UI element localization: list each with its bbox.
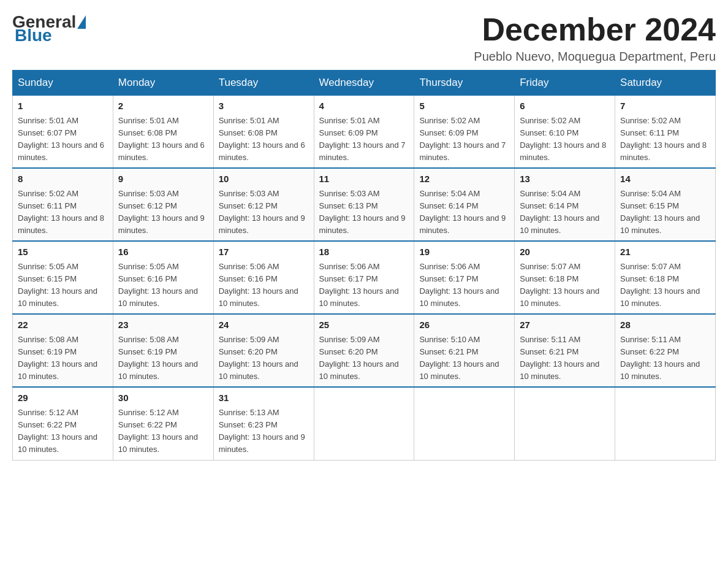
weekday-header-friday: Friday xyxy=(515,71,615,96)
calendar-cell: 4 Sunrise: 5:01 AMSunset: 6:09 PMDayligh… xyxy=(314,96,414,169)
calendar-week-row: 1 Sunrise: 5:01 AMSunset: 6:07 PMDayligh… xyxy=(13,96,716,169)
day-number: 25 xyxy=(319,318,409,332)
day-number: 7 xyxy=(620,99,710,113)
calendar-cell: 8 Sunrise: 5:02 AMSunset: 6:11 PMDayligh… xyxy=(13,168,113,241)
calendar-week-row: 8 Sunrise: 5:02 AMSunset: 6:11 PMDayligh… xyxy=(13,168,716,241)
day-number: 21 xyxy=(620,245,710,259)
day-number: 31 xyxy=(219,391,309,405)
calendar-cell: 17 Sunrise: 5:06 AMSunset: 6:16 PMDaylig… xyxy=(213,241,314,314)
calendar-cell: 6 Sunrise: 5:02 AMSunset: 6:10 PMDayligh… xyxy=(515,96,615,169)
calendar-cell: 22 Sunrise: 5:08 AMSunset: 6:19 PMDaylig… xyxy=(13,314,113,387)
day-info: Sunrise: 5:05 AMSunset: 6:16 PMDaylight:… xyxy=(118,262,198,308)
calendar-cell: 31 Sunrise: 5:13 AMSunset: 6:23 PMDaylig… xyxy=(213,387,314,460)
title-area: December 2024 Pueblo Nuevo, Moquegua Dep… xyxy=(474,12,716,64)
day-info: Sunrise: 5:04 AMSunset: 6:14 PMDaylight:… xyxy=(520,189,599,235)
calendar-cell: 9 Sunrise: 5:03 AMSunset: 6:12 PMDayligh… xyxy=(113,168,213,241)
day-info: Sunrise: 5:02 AMSunset: 6:09 PMDaylight:… xyxy=(419,116,506,162)
day-info: Sunrise: 5:05 AMSunset: 6:15 PMDaylight:… xyxy=(18,262,97,308)
day-info: Sunrise: 5:02 AMSunset: 6:11 PMDaylight:… xyxy=(620,116,707,162)
calendar-cell: 20 Sunrise: 5:07 AMSunset: 6:18 PMDaylig… xyxy=(515,241,615,314)
calendar-week-row: 22 Sunrise: 5:08 AMSunset: 6:19 PMDaylig… xyxy=(13,314,716,387)
day-info: Sunrise: 5:01 AMSunset: 6:08 PMDaylight:… xyxy=(219,116,305,162)
day-number: 27 xyxy=(520,318,610,332)
calendar-cell: 23 Sunrise: 5:08 AMSunset: 6:19 PMDaylig… xyxy=(113,314,213,387)
weekday-header-row: SundayMondayTuesdayWednesdayThursdayFrid… xyxy=(13,71,716,96)
page-header: General Blue December 2024 Pueblo Nuevo,… xyxy=(12,12,716,64)
calendar-cell: 14 Sunrise: 5:04 AMSunset: 6:15 PMDaylig… xyxy=(615,168,716,241)
day-info: Sunrise: 5:07 AMSunset: 6:18 PMDaylight:… xyxy=(520,262,599,308)
calendar-cell: 30 Sunrise: 5:12 AMSunset: 6:22 PMDaylig… xyxy=(113,387,213,460)
calendar-cell: 19 Sunrise: 5:06 AMSunset: 6:17 PMDaylig… xyxy=(414,241,515,314)
calendar-cell: 24 Sunrise: 5:09 AMSunset: 6:20 PMDaylig… xyxy=(213,314,314,387)
day-number: 13 xyxy=(520,172,610,186)
day-info: Sunrise: 5:03 AMSunset: 6:12 PMDaylight:… xyxy=(118,189,205,235)
day-number: 26 xyxy=(419,318,509,332)
calendar-week-row: 15 Sunrise: 5:05 AMSunset: 6:15 PMDaylig… xyxy=(13,241,716,314)
day-info: Sunrise: 5:08 AMSunset: 6:19 PMDaylight:… xyxy=(118,335,198,381)
logo-triangle-icon xyxy=(77,15,86,29)
logo: General Blue xyxy=(12,12,87,45)
day-info: Sunrise: 5:12 AMSunset: 6:22 PMDaylight:… xyxy=(18,408,97,454)
day-number: 17 xyxy=(219,245,309,259)
calendar-cell: 25 Sunrise: 5:09 AMSunset: 6:20 PMDaylig… xyxy=(314,314,414,387)
day-info: Sunrise: 5:08 AMSunset: 6:19 PMDaylight:… xyxy=(18,335,97,381)
calendar-table: SundayMondayTuesdayWednesdayThursdayFrid… xyxy=(12,70,716,460)
day-info: Sunrise: 5:01 AMSunset: 6:08 PMDaylight:… xyxy=(118,116,205,162)
day-number: 14 xyxy=(620,172,710,186)
day-info: Sunrise: 5:06 AMSunset: 6:16 PMDaylight:… xyxy=(219,262,298,308)
day-info: Sunrise: 5:11 AMSunset: 6:21 PMDaylight:… xyxy=(520,335,599,381)
logo-blue-text: Blue xyxy=(15,26,52,45)
day-number: 10 xyxy=(219,172,309,186)
day-info: Sunrise: 5:01 AMSunset: 6:07 PMDaylight:… xyxy=(18,116,104,162)
day-number: 18 xyxy=(319,245,409,259)
day-info: Sunrise: 5:06 AMSunset: 6:17 PMDaylight:… xyxy=(419,262,499,308)
day-info: Sunrise: 5:02 AMSunset: 6:11 PMDaylight:… xyxy=(18,189,104,235)
day-info: Sunrise: 5:01 AMSunset: 6:09 PMDaylight:… xyxy=(319,116,406,162)
calendar-cell xyxy=(615,387,716,460)
day-info: Sunrise: 5:03 AMSunset: 6:13 PMDaylight:… xyxy=(319,189,406,235)
calendar-cell: 29 Sunrise: 5:12 AMSunset: 6:22 PMDaylig… xyxy=(13,387,113,460)
day-number: 11 xyxy=(319,172,409,186)
calendar-cell: 7 Sunrise: 5:02 AMSunset: 6:11 PMDayligh… xyxy=(615,96,716,169)
location-subtitle: Pueblo Nuevo, Moquegua Department, Peru xyxy=(474,50,716,64)
day-info: Sunrise: 5:02 AMSunset: 6:10 PMDaylight:… xyxy=(520,116,606,162)
day-number: 5 xyxy=(419,99,509,113)
calendar-cell: 26 Sunrise: 5:10 AMSunset: 6:21 PMDaylig… xyxy=(414,314,515,387)
calendar-cell: 10 Sunrise: 5:03 AMSunset: 6:12 PMDaylig… xyxy=(213,168,314,241)
calendar-cell: 21 Sunrise: 5:07 AMSunset: 6:18 PMDaylig… xyxy=(615,241,716,314)
day-number: 9 xyxy=(118,172,208,186)
day-info: Sunrise: 5:09 AMSunset: 6:20 PMDaylight:… xyxy=(219,335,298,381)
weekday-header-sunday: Sunday xyxy=(13,71,113,96)
weekday-header-saturday: Saturday xyxy=(615,71,716,96)
weekday-header-tuesday: Tuesday xyxy=(213,71,314,96)
day-info: Sunrise: 5:09 AMSunset: 6:20 PMDaylight:… xyxy=(319,335,399,381)
day-number: 24 xyxy=(219,318,309,332)
calendar-cell: 18 Sunrise: 5:06 AMSunset: 6:17 PMDaylig… xyxy=(314,241,414,314)
day-info: Sunrise: 5:12 AMSunset: 6:22 PMDaylight:… xyxy=(118,408,198,454)
calendar-cell: 12 Sunrise: 5:04 AMSunset: 6:14 PMDaylig… xyxy=(414,168,515,241)
calendar-cell xyxy=(515,387,615,460)
weekday-header-wednesday: Wednesday xyxy=(314,71,414,96)
day-info: Sunrise: 5:11 AMSunset: 6:22 PMDaylight:… xyxy=(620,335,700,381)
calendar-cell: 3 Sunrise: 5:01 AMSunset: 6:08 PMDayligh… xyxy=(213,96,314,169)
day-number: 29 xyxy=(18,391,108,405)
calendar-cell: 1 Sunrise: 5:01 AMSunset: 6:07 PMDayligh… xyxy=(13,96,113,169)
day-number: 4 xyxy=(319,99,409,113)
calendar-cell: 16 Sunrise: 5:05 AMSunset: 6:16 PMDaylig… xyxy=(113,241,213,314)
calendar-cell: 5 Sunrise: 5:02 AMSunset: 6:09 PMDayligh… xyxy=(414,96,515,169)
weekday-header-thursday: Thursday xyxy=(414,71,515,96)
day-number: 15 xyxy=(18,245,108,259)
day-number: 30 xyxy=(118,391,208,405)
day-info: Sunrise: 5:07 AMSunset: 6:18 PMDaylight:… xyxy=(620,262,700,308)
day-info: Sunrise: 5:04 AMSunset: 6:15 PMDaylight:… xyxy=(620,189,700,235)
month-title: December 2024 xyxy=(474,12,716,47)
calendar-cell xyxy=(414,387,515,460)
calendar-week-row: 29 Sunrise: 5:12 AMSunset: 6:22 PMDaylig… xyxy=(13,387,716,460)
calendar-cell: 15 Sunrise: 5:05 AMSunset: 6:15 PMDaylig… xyxy=(13,241,113,314)
calendar-cell: 2 Sunrise: 5:01 AMSunset: 6:08 PMDayligh… xyxy=(113,96,213,169)
day-number: 2 xyxy=(118,99,208,113)
day-number: 28 xyxy=(620,318,710,332)
day-number: 3 xyxy=(219,99,309,113)
calendar-cell: 11 Sunrise: 5:03 AMSunset: 6:13 PMDaylig… xyxy=(314,168,414,241)
day-number: 6 xyxy=(520,99,610,113)
